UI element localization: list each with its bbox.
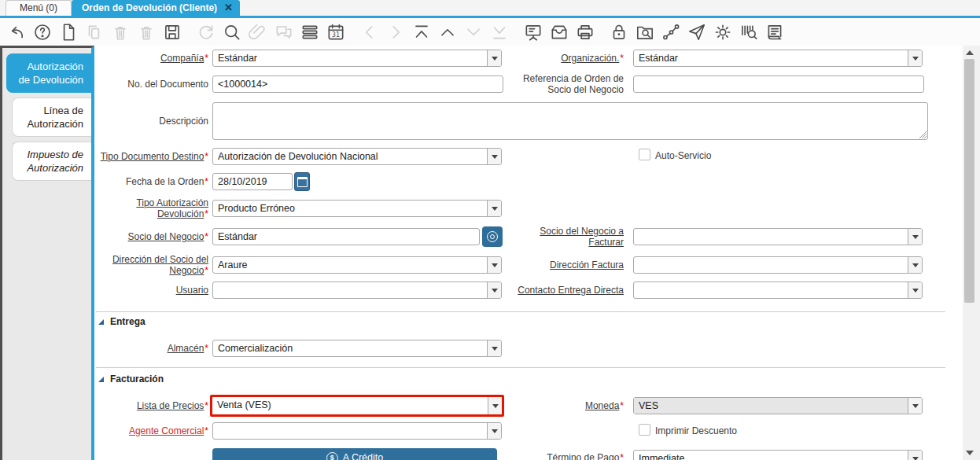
sidebar-tab-linea-de-autorizacion[interactable]: Línea de Autorización: [12, 98, 91, 137]
moneda-select[interactable]: VES: [633, 397, 923, 414]
up-record-icon[interactable]: [437, 22, 458, 42]
undo-icon[interactable]: [6, 22, 27, 42]
tab-orden-devolucion[interactable]: Orden de Devolución (Cliente) ✕: [72, 0, 240, 16]
chat-icon: [274, 22, 294, 42]
vertical-scrollbar[interactable]: [963, 46, 976, 460]
socio-facturar-select[interactable]: [633, 228, 923, 245]
calendar-picker-icon[interactable]: [294, 172, 310, 191]
direccion-socio-label: Dirección del Socio del Negocio*: [94, 254, 208, 276]
chevron-down-icon[interactable]: [487, 282, 501, 298]
toolbar: [0, 18, 980, 46]
chevron-down-icon[interactable]: [487, 201, 501, 216]
tipo-autorizacion-label: Tipo Autorización Devolución*: [94, 197, 208, 219]
no-documento-input[interactable]: [212, 75, 503, 93]
chevron-down-icon[interactable]: [908, 257, 922, 273]
print-preview-icon[interactable]: [764, 22, 785, 42]
referencia-label: Referencia de Orden de Socio del Negocio: [511, 73, 624, 95]
compania-select[interactable]: Estándar: [212, 50, 502, 67]
business-partner-info-icon[interactable]: [482, 226, 503, 247]
search-icon[interactable]: [222, 22, 242, 42]
sidebar: Autorización de Devolución Línea de Auto…: [0, 46, 94, 460]
referencia-input[interactable]: [633, 75, 924, 93]
direccion-socio-select[interactable]: Araure: [212, 256, 502, 274]
share-icon[interactable]: [687, 22, 707, 42]
chevron-down-icon[interactable]: [908, 451, 922, 460]
organizacion-select[interactable]: Estándar: [633, 50, 923, 67]
chevron-down-icon[interactable]: [487, 340, 501, 356]
chevron-down-icon[interactable]: [487, 149, 501, 164]
sidebar-tab-impuesto-de-autorizacion[interactable]: Impuesto de Autorización: [12, 142, 91, 181]
attachment-icon: [248, 22, 268, 42]
window-tab-bar: Menú (0) Orden de Devolución (Cliente) ✕: [0, 0, 980, 18]
zoom-across-icon[interactable]: [635, 22, 655, 42]
chevron-down-icon[interactable]: [908, 282, 922, 298]
section-divider: [96, 367, 945, 368]
socio-negocio-input[interactable]: [212, 228, 480, 245]
termino-pago-select[interactable]: Immediate: [633, 450, 923, 460]
scroll-down-icon[interactable]: [966, 451, 974, 455]
delete-record-icon: [110, 22, 131, 42]
section-facturacion[interactable]: Facturación: [98, 374, 164, 385]
archive-icon[interactable]: [549, 22, 569, 42]
chevron-down-icon[interactable]: [908, 398, 922, 414]
agente-comercial-label: Agente Comercial*: [94, 425, 208, 436]
organizacion-label: Organización.*: [511, 53, 624, 64]
a-credito-button[interactable]: $ A Crédito: [212, 448, 497, 460]
agente-comercial-select[interactable]: [212, 422, 502, 440]
almacen-label: Almacén*: [94, 343, 208, 354]
chevron-down-icon[interactable]: [908, 229, 922, 245]
delete-selection-icon: [136, 22, 157, 42]
save-icon[interactable]: [162, 22, 182, 42]
prev-record-icon: [359, 22, 380, 42]
refresh-icon: [196, 22, 216, 42]
chevron-down-icon[interactable]: [908, 50, 922, 66]
scroll-up-icon[interactable]: [966, 50, 974, 55]
termino-pago-label: Término de Pago*: [511, 452, 624, 460]
almacen-select[interactable]: Comercialización: [212, 340, 502, 357]
chevron-down-icon[interactable]: [487, 50, 501, 66]
contacto-entrega-label: Contacto Entrega Directa: [511, 285, 624, 296]
chevron-down-icon[interactable]: [487, 423, 501, 439]
grid-toggle-icon[interactable]: [300, 22, 320, 42]
direccion-factura-label: Dirección Factura: [511, 259, 624, 270]
calendar-icon[interactable]: [326, 22, 346, 42]
lista-precios-select[interactable]: Venta (VES): [210, 395, 504, 417]
tipo-doc-destino-select[interactable]: Autorización de Devolución Nacional: [212, 148, 502, 165]
direccion-factura-select[interactable]: [633, 256, 923, 274]
auto-servicio-label: Auto-Servicio: [655, 150, 711, 161]
auto-servicio-checkbox[interactable]: [639, 149, 650, 160]
tipo-autorizacion-select[interactable]: Producto Erróneo: [212, 200, 502, 217]
parent-record-icon[interactable]: [411, 22, 432, 42]
section-entrega[interactable]: Entrega: [98, 316, 146, 327]
descripcion-label: Descripción: [94, 116, 208, 127]
fecha-orden-label: Fecha de la Orden*: [94, 176, 208, 187]
imprimir-descuento-checkbox[interactable]: [639, 424, 650, 436]
socio-facturar-label: Socio del Negocio a Facturar: [511, 226, 624, 248]
report-icon[interactable]: [523, 22, 543, 42]
fecha-orden-input[interactable]: [212, 173, 293, 190]
new-record-icon[interactable]: [58, 22, 79, 42]
tab-menu[interactable]: Menú (0): [6, 0, 72, 16]
contacto-entrega-select[interactable]: [633, 282, 923, 299]
settings-icon[interactable]: [713, 22, 733, 42]
collapse-triangle-icon: [98, 319, 104, 325]
help-icon[interactable]: [32, 22, 53, 42]
descripcion-textarea[interactable]: [212, 102, 928, 140]
lista-precios-label: Lista de Precios*: [94, 400, 208, 411]
tab-label: Orden de Devolución (Cliente): [82, 0, 217, 16]
compania-label: Compañía*: [94, 53, 208, 64]
product-info-icon[interactable]: [739, 22, 759, 42]
print-icon[interactable]: [575, 22, 595, 42]
scrollbar-thumb[interactable]: [964, 59, 974, 303]
close-icon[interactable]: ✕: [224, 0, 233, 16]
socio-negocio-label: Socio del Negocio*: [94, 231, 208, 242]
chevron-down-icon[interactable]: [488, 397, 502, 414]
sidebar-tab-autorizacion-de-devolucion[interactable]: Autorización de Devolución: [6, 53, 91, 93]
workflow-icon[interactable]: [661, 22, 681, 42]
lock-icon[interactable]: [609, 22, 629, 42]
imprimir-descuento-label: Imprimir Descuento: [655, 425, 737, 436]
chevron-down-icon[interactable]: [487, 257, 501, 273]
usuario-select[interactable]: [212, 282, 502, 299]
tipo-doc-destino-label: Tipo Documento Destino*: [94, 151, 208, 162]
collapse-triangle-icon: [98, 377, 104, 382]
